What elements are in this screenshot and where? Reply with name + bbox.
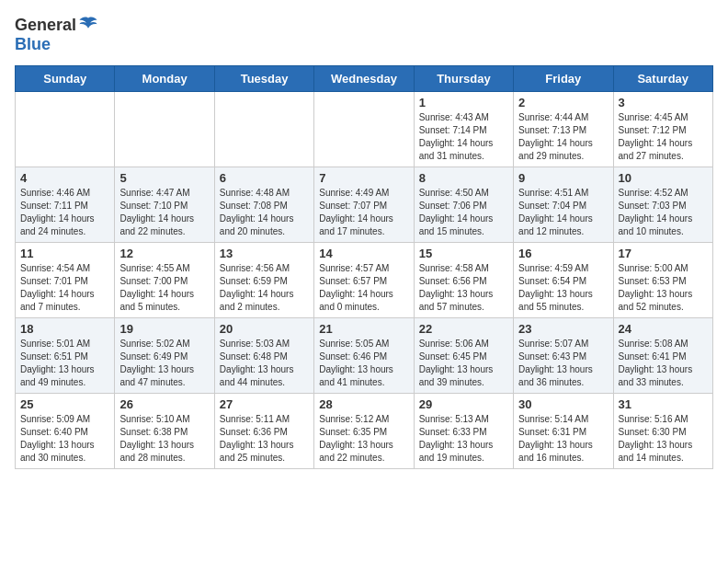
day-number: 18 [20,322,109,336]
calendar-cell: 12Sunrise: 4:55 AM Sunset: 7:00 PM Dayli… [115,243,214,318]
day-number: 10 [619,171,708,185]
day-number: 22 [419,322,508,336]
calendar-cell: 17Sunrise: 5:00 AM Sunset: 6:53 PM Dayli… [613,243,712,318]
day-info: Sunrise: 4:49 AM Sunset: 7:07 PM Dayligh… [319,187,408,238]
day-number: 13 [220,247,309,260]
calendar-cell: 18Sunrise: 5:01 AM Sunset: 6:51 PM Dayli… [16,318,115,394]
day-number: 26 [119,397,209,411]
logo-general-text: General [15,16,76,35]
day-info: Sunrise: 4:44 AM Sunset: 7:13 PM Dayligh… [518,111,608,163]
day-number: 9 [518,171,608,185]
weekday-header-friday: Friday [514,66,613,92]
calendar-cell: 8Sunrise: 4:50 AM Sunset: 7:06 PM Daylig… [414,167,513,243]
calendar-header: SundayMondayTuesdayWednesdayThursdayFrid… [16,66,713,92]
day-info: Sunrise: 5:03 AM Sunset: 6:48 PM Dayligh… [220,338,309,389]
day-info: Sunrise: 5:02 AM Sunset: 6:49 PM Dayligh… [119,338,209,389]
day-info: Sunrise: 4:59 AM Sunset: 6:54 PM Dayligh… [518,262,608,314]
calendar-cell: 13Sunrise: 4:56 AM Sunset: 6:59 PM Dayli… [214,243,313,318]
day-info: Sunrise: 5:00 AM Sunset: 6:53 PM Dayligh… [619,262,708,314]
calendar-cell: 5Sunrise: 4:47 AM Sunset: 7:10 PM Daylig… [115,167,214,243]
calendar-cell: 28Sunrise: 5:12 AM Sunset: 6:35 PM Dayli… [314,394,414,469]
day-info: Sunrise: 5:09 AM Sunset: 6:40 PM Dayligh… [20,413,109,465]
day-info: Sunrise: 5:07 AM Sunset: 6:43 PM Dayligh… [518,338,608,389]
day-number: 28 [319,397,408,411]
calendar-cell: 14Sunrise: 4:57 AM Sunset: 6:57 PM Dayli… [314,243,414,318]
day-info: Sunrise: 4:50 AM Sunset: 7:06 PM Dayligh… [419,187,508,238]
calendar-cell: 25Sunrise: 5:09 AM Sunset: 6:40 PM Dayli… [16,394,115,469]
calendar-cell: 3Sunrise: 4:45 AM Sunset: 7:12 PM Daylig… [613,92,712,167]
calendar-cell [115,92,214,167]
calendar-cell: 31Sunrise: 5:16 AM Sunset: 6:30 PM Dayli… [613,394,712,469]
day-number: 1 [419,96,508,109]
calendar-cell: 29Sunrise: 5:13 AM Sunset: 6:33 PM Dayli… [414,394,513,469]
week-row-5: 25Sunrise: 5:09 AM Sunset: 6:40 PM Dayli… [16,394,713,469]
day-number: 14 [319,247,408,260]
weekday-header-wednesday: Wednesday [314,66,414,92]
weekday-header-thursday: Thursday [414,66,513,92]
day-number: 17 [619,247,708,260]
day-info: Sunrise: 5:05 AM Sunset: 6:46 PM Dayligh… [319,338,408,389]
day-number: 19 [119,322,209,336]
day-number: 4 [20,171,109,185]
calendar-cell: 11Sunrise: 4:54 AM Sunset: 7:01 PM Dayli… [16,243,115,318]
logo: General Blue [15,15,98,54]
calendar-cell: 16Sunrise: 4:59 AM Sunset: 6:54 PM Dayli… [514,243,613,318]
day-info: Sunrise: 5:14 AM Sunset: 6:31 PM Dayligh… [518,413,608,465]
day-info: Sunrise: 4:47 AM Sunset: 7:10 PM Dayligh… [119,187,209,238]
day-number: 12 [119,247,209,260]
calendar-cell: 24Sunrise: 5:08 AM Sunset: 6:41 PM Dayli… [613,318,712,394]
calendar-cell: 7Sunrise: 4:49 AM Sunset: 7:07 PM Daylig… [314,167,414,243]
week-row-4: 18Sunrise: 5:01 AM Sunset: 6:51 PM Dayli… [16,318,713,394]
calendar-table: SundayMondayTuesdayWednesdayThursdayFrid… [15,65,713,469]
day-number: 7 [319,171,408,185]
calendar-cell: 19Sunrise: 5:02 AM Sunset: 6:49 PM Dayli… [115,318,214,394]
day-info: Sunrise: 4:56 AM Sunset: 6:59 PM Dayligh… [220,262,309,314]
logo-bird-icon [78,15,98,35]
day-info: Sunrise: 4:43 AM Sunset: 7:14 PM Dayligh… [419,111,508,163]
day-info: Sunrise: 4:55 AM Sunset: 7:00 PM Dayligh… [119,262,209,314]
day-info: Sunrise: 5:16 AM Sunset: 6:30 PM Dayligh… [619,413,708,465]
calendar-cell: 1Sunrise: 4:43 AM Sunset: 7:14 PM Daylig… [414,92,513,167]
weekday-header-saturday: Saturday [613,66,712,92]
calendar-cell: 26Sunrise: 5:10 AM Sunset: 6:38 PM Dayli… [115,394,214,469]
day-number: 3 [619,96,708,109]
calendar-cell: 23Sunrise: 5:07 AM Sunset: 6:43 PM Dayli… [514,318,613,394]
day-number: 8 [419,171,508,185]
day-info: Sunrise: 4:52 AM Sunset: 7:03 PM Dayligh… [619,187,708,238]
calendar-cell [16,92,115,167]
day-number: 5 [119,171,209,185]
day-number: 27 [220,397,309,411]
calendar-cell: 30Sunrise: 5:14 AM Sunset: 6:31 PM Dayli… [514,394,613,469]
day-info: Sunrise: 5:06 AM Sunset: 6:45 PM Dayligh… [419,338,508,389]
week-row-3: 11Sunrise: 4:54 AM Sunset: 7:01 PM Dayli… [16,243,713,318]
weekday-header-tuesday: Tuesday [214,66,313,92]
page-header: General Blue [15,15,713,54]
day-info: Sunrise: 4:48 AM Sunset: 7:08 PM Dayligh… [220,187,309,238]
calendar-cell [314,92,414,167]
day-info: Sunrise: 5:10 AM Sunset: 6:38 PM Dayligh… [119,413,209,465]
day-info: Sunrise: 4:46 AM Sunset: 7:11 PM Dayligh… [20,187,109,238]
day-info: Sunrise: 4:45 AM Sunset: 7:12 PM Dayligh… [619,111,708,163]
day-number: 24 [619,322,708,336]
weekday-header-monday: Monday [115,66,214,92]
weekday-row: SundayMondayTuesdayWednesdayThursdayFrid… [16,66,713,92]
week-row-2: 4Sunrise: 4:46 AM Sunset: 7:11 PM Daylig… [16,167,713,243]
calendar-cell: 4Sunrise: 4:46 AM Sunset: 7:11 PM Daylig… [16,167,115,243]
day-number: 31 [619,397,708,411]
calendar-cell: 27Sunrise: 5:11 AM Sunset: 6:36 PM Dayli… [214,394,313,469]
calendar-cell: 21Sunrise: 5:05 AM Sunset: 6:46 PM Dayli… [314,318,414,394]
calendar-body: 1Sunrise: 4:43 AM Sunset: 7:14 PM Daylig… [16,92,713,469]
day-number: 15 [419,247,508,260]
day-number: 25 [20,397,109,411]
logo-blue-text: Blue [15,35,51,54]
day-info: Sunrise: 4:51 AM Sunset: 7:04 PM Dayligh… [518,187,608,238]
day-info: Sunrise: 5:01 AM Sunset: 6:51 PM Dayligh… [20,338,109,389]
calendar-cell: 10Sunrise: 4:52 AM Sunset: 7:03 PM Dayli… [613,167,712,243]
calendar-cell: 9Sunrise: 4:51 AM Sunset: 7:04 PM Daylig… [514,167,613,243]
day-number: 16 [518,247,608,260]
day-info: Sunrise: 5:12 AM Sunset: 6:35 PM Dayligh… [319,413,408,465]
calendar-cell: 15Sunrise: 4:58 AM Sunset: 6:56 PM Dayli… [414,243,513,318]
weekday-header-sunday: Sunday [16,66,115,92]
week-row-1: 1Sunrise: 4:43 AM Sunset: 7:14 PM Daylig… [16,92,713,167]
calendar-cell: 6Sunrise: 4:48 AM Sunset: 7:08 PM Daylig… [214,167,313,243]
